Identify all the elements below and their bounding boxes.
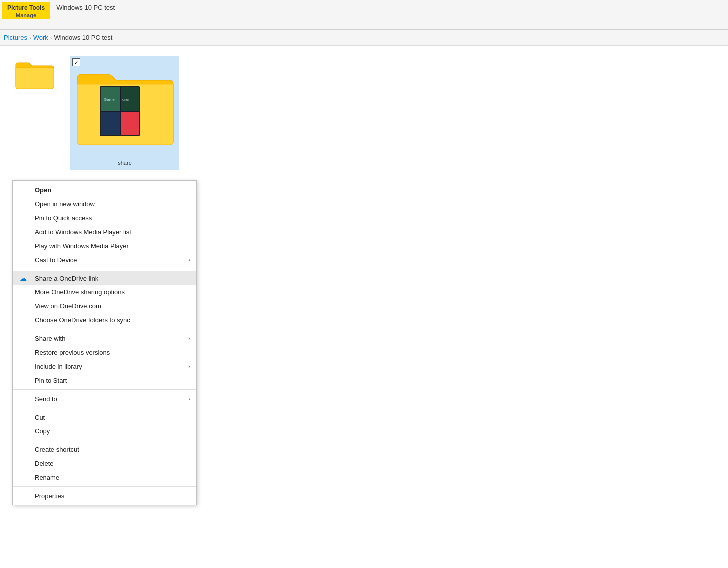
ctx-item-copy[interactable]: Copy (13, 424, 196, 438)
ctx-item-open-new-window[interactable]: Open in new window (13, 197, 196, 211)
ctx-item-share-with[interactable]: Share with› (13, 331, 196, 345)
folder-item-2[interactable]: ✓ Game Xbox (70, 56, 179, 170)
ctx-item-more-onedrive[interactable]: More OneDrive sharing options (13, 285, 196, 299)
ctx-item-choose-onedrive-folders[interactable]: Choose OneDrive folders to sync (13, 313, 196, 327)
ribbon: Picture Tools Manage Windows 10 PC test (0, 0, 728, 30)
folder-share-label: share (118, 160, 132, 166)
ctx-item-label-rename: Rename (35, 474, 59, 481)
ctx-item-properties[interactable]: Properties (13, 489, 196, 503)
ctx-item-label-delete: Delete (35, 460, 54, 467)
ctx-item-view-onedrive[interactable]: View on OneDrive.com (13, 299, 196, 313)
submenu-arrow-cast-to-device: › (188, 257, 190, 263)
ctx-item-label-pin-to-start: Pin to Start (35, 377, 67, 384)
ctx-item-open[interactable]: Open (13, 183, 196, 197)
ctx-item-pin-quick-access[interactable]: Pin to Quick access (13, 211, 196, 225)
folder-icon-2: Game Xbox (75, 58, 174, 158)
ctx-item-label-open: Open (35, 186, 51, 194)
separator-after-cast-to-device (13, 269, 196, 269)
breadcrumb-sep-2: › (50, 35, 52, 41)
ctx-item-label-choose-onedrive-folders: Choose OneDrive folders to sync (35, 316, 130, 324)
separator-after-send-to (13, 408, 196, 408)
ctx-item-cut[interactable]: Cut (13, 410, 196, 424)
context-menu: OpenOpen in new windowPin to Quick acces… (12, 180, 197, 505)
ctx-item-label-view-onedrive: View on OneDrive.com (35, 302, 101, 310)
submenu-arrow-send-to: › (188, 396, 190, 402)
ctx-item-delete[interactable]: Delete (13, 456, 196, 470)
ctx-item-include-library[interactable]: Include in library› (13, 359, 196, 373)
ctx-item-add-wmp-list[interactable]: Add to Windows Media Player list (13, 225, 196, 239)
ctx-item-label-pin-quick-access: Pin to Quick access (35, 214, 92, 222)
svg-text:Game: Game (104, 97, 115, 102)
submenu-arrow-include-library: › (188, 363, 190, 369)
submenu-arrow-share-with: › (188, 335, 190, 341)
svg-rect-5 (121, 112, 139, 135)
ctx-item-pin-to-start[interactable]: Pin to Start (13, 373, 196, 387)
picture-tools-label: Picture Tools (7, 4, 45, 11)
ctx-item-label-more-onedrive: More OneDrive sharing options (35, 288, 125, 296)
ctx-item-play-wmp[interactable]: Play with Windows Media Player (13, 239, 196, 253)
ctx-item-label-properties: Properties (35, 492, 64, 500)
ctx-item-label-cut: Cut (35, 414, 45, 421)
separator-after-pin-to-start (13, 389, 196, 390)
folder-icon-1 (15, 58, 55, 90)
picture-tools-tab[interactable]: Picture Tools Manage (2, 2, 50, 19)
separator-after-copy (13, 440, 196, 440)
ctx-item-rename[interactable]: Rename (13, 470, 196, 484)
ctx-item-label-include-library: Include in library (35, 363, 82, 370)
breadcrumb: Pictures › Work › Windows 10 PC test (0, 30, 728, 46)
separator-after-rename (13, 486, 196, 487)
svg-rect-4 (101, 112, 120, 135)
ctx-item-label-copy: Copy (35, 427, 50, 435)
separator-after-choose-onedrive-folders (13, 329, 196, 329)
breadcrumb-sep-1: › (29, 35, 31, 41)
onedrive-icon: ☁ (20, 274, 27, 282)
folder-thumbnail-svg: Game Xbox (75, 58, 174, 148)
ctx-item-label-send-to: Send to (35, 395, 57, 403)
ctx-item-label-share-onedrive: Share a OneDrive link (35, 275, 98, 282)
ctx-item-label-open-new-window: Open in new window (35, 200, 95, 208)
ctx-item-label-restore-prev: Restore previous versions (35, 349, 110, 356)
ctx-item-label-create-shortcut: Create shortcut (35, 446, 79, 453)
folder-svg-1 (15, 58, 55, 90)
ctx-item-label-play-wmp: Play with Windows Media Player (35, 242, 129, 250)
ribbon-title: Windows 10 PC test (56, 4, 115, 11)
ctx-item-cast-to-device[interactable]: Cast to Device› (13, 253, 196, 267)
folder-item-1[interactable] (10, 56, 60, 170)
ctx-item-share-onedrive[interactable]: ☁Share a OneDrive link (13, 271, 196, 285)
content-area: ✓ Game Xbox (0, 46, 728, 568)
ctx-item-label-cast-to-device: Cast to Device (35, 256, 77, 264)
ctx-item-send-to[interactable]: Send to› (13, 392, 196, 406)
ctx-item-label-share-with: Share with (35, 335, 65, 342)
breadcrumb-pictures[interactable]: Pictures (4, 34, 27, 41)
ctx-item-restore-prev[interactable]: Restore previous versions (13, 345, 196, 359)
breadcrumb-work[interactable]: Work (33, 34, 48, 41)
ctx-item-create-shortcut[interactable]: Create shortcut (13, 442, 196, 456)
svg-text:Xbox: Xbox (122, 98, 129, 101)
breadcrumb-current: Windows 10 PC test (54, 34, 112, 41)
manage-label: Manage (7, 12, 45, 18)
ctx-item-label-add-wmp-list: Add to Windows Media Player list (35, 228, 131, 236)
folder-grid: ✓ Game Xbox (5, 51, 723, 175)
